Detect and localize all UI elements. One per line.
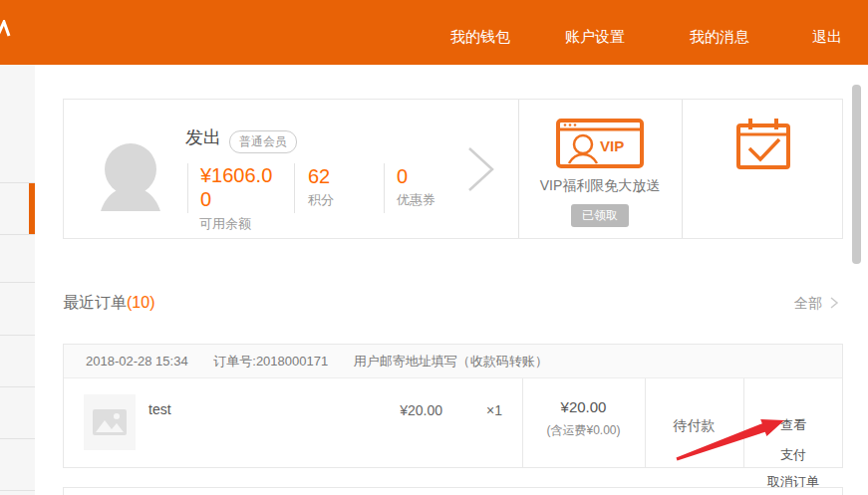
pay-order-link[interactable]: 支付	[743, 446, 843, 464]
order-note: 用户邮寄地址填写（收款码转账）	[354, 354, 548, 369]
nav-my-messages[interactable]: 我的消息	[690, 28, 749, 47]
coupons-label: 优惠券	[397, 191, 435, 209]
nav-my-wallet[interactable]: 我的钱包	[450, 28, 510, 47]
sidebar-divider	[0, 438, 35, 439]
order-total-cell: ¥20.00 (含运费¥0.00)	[522, 378, 645, 439]
top-header-bar: 我的钱包 账户设置 我的消息 退出	[0, 0, 868, 65]
points-value: 62	[308, 165, 330, 188]
shipping-note: (含运费¥0.00)	[522, 422, 645, 439]
user-avatar[interactable]	[99, 139, 162, 211]
username: 发出	[185, 125, 221, 149]
sidebar-divider	[0, 386, 35, 387]
page: 我的钱包 账户设置 我的消息 退出 发出 普通会员 ¥1606.00 可用余额 …	[0, 0, 868, 495]
coupons-value: 0	[397, 165, 408, 188]
order-number: 订单号:2018000171	[213, 354, 328, 369]
calendar-check-icon	[735, 117, 791, 170]
profile-card: 发出 普通会员 ¥1606.00 可用余额 62 积分 0 优惠券 VIP	[63, 99, 843, 239]
stat-divider	[384, 163, 385, 213]
order-datetime: 2018-02-28 15:34	[86, 354, 188, 369]
chevron-right-small-icon[interactable]	[829, 296, 839, 310]
nav-logout[interactable]: 退出	[812, 28, 842, 47]
claimed-badge[interactable]: 已领取	[571, 204, 629, 227]
order-status-cell: 待付款	[645, 378, 743, 435]
product-price: ¥20.00	[381, 402, 442, 418]
order-body-row: test ¥20.00 ×1 ¥20.00 (含运费¥0.00) 待付款 查看 …	[64, 378, 842, 468]
stat-divider	[187, 163, 188, 213]
product-quantity: ×1	[486, 402, 502, 418]
stat-divider	[294, 163, 295, 213]
product-thumbnail[interactable]	[84, 394, 136, 450]
recent-orders-title: 最近订单(10)	[63, 293, 154, 314]
chevron-right-icon[interactable]	[466, 145, 496, 193]
points-label: 积分	[308, 191, 334, 209]
svg-text:VIP: VIP	[600, 137, 624, 154]
calendar-promo-section[interactable]	[682, 100, 844, 238]
sidebar-active-indicator[interactable]	[29, 183, 35, 234]
sidebar-divider	[0, 335, 35, 336]
order-header-row: 2018-02-28 15:34 订单号:2018000171 用户邮寄地址填写…	[64, 345, 842, 378]
sidebar-divider	[0, 234, 35, 235]
recent-orders-label: 最近订单	[63, 294, 127, 311]
balance-value: ¥1606.00	[200, 163, 280, 211]
product-name[interactable]: test	[148, 401, 171, 417]
sidebar-divider	[0, 282, 35, 283]
view-order-link[interactable]: 查看	[743, 416, 843, 434]
view-all-link[interactable]: 全部	[794, 295, 822, 313]
order-total: ¥20.00	[522, 398, 645, 415]
nav-account-settings[interactable]: 账户设置	[565, 28, 625, 47]
next-order-card-partial	[63, 487, 843, 495]
order-card: 2018-02-28 15:34 订单号:2018000171 用户邮寄地址填写…	[63, 344, 843, 468]
vip-browser-icon: VIP	[556, 119, 644, 168]
vip-promo-title: VIP福利限免大放送	[518, 177, 682, 195]
scrollbar-thumb[interactable]	[852, 85, 861, 264]
image-placeholder-icon	[92, 408, 128, 436]
sidebar-divider	[0, 490, 35, 491]
vip-promo-section[interactable]: VIP VIP福利限免大放送 已领取	[518, 100, 682, 238]
left-sidebar	[0, 65, 35, 495]
site-logo-icon[interactable]	[0, 20, 15, 44]
orders-count: (10)	[127, 294, 154, 311]
balance-label: 可用余额	[199, 215, 251, 233]
order-status: 待付款	[645, 417, 743, 435]
member-level-badge: 普通会员	[229, 130, 297, 153]
